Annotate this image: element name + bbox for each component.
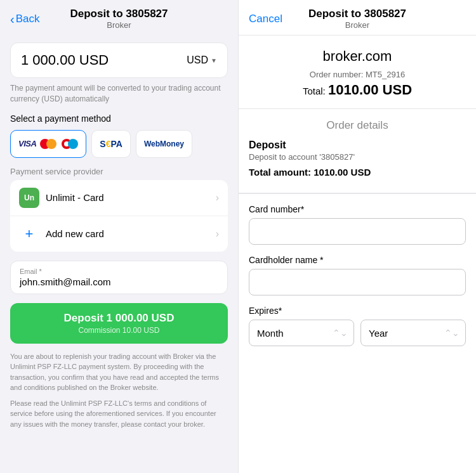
provider-add-card[interactable]: + Add new card › (10, 216, 228, 252)
amount-value: 1 000.00 USD (21, 52, 109, 68)
left-page-title: Deposit to 3805827 (70, 8, 168, 20)
unlimit-chevron-icon: › (216, 192, 219, 204)
email-box: Email * john.smith@mail.com (10, 261, 228, 294)
email-value: john.smith@mail.com (20, 276, 218, 287)
right-header: Cancel Deposit to 3805827 Broker (239, 0, 476, 36)
right-title-block: Deposit to 3805827 Broker (308, 8, 406, 30)
email-label: Email * (20, 268, 218, 275)
card-form-section: Card number* Cardholder name * Expires* … (239, 194, 476, 366)
cardholder-input[interactable] (249, 269, 466, 295)
currency-code: USD (187, 55, 208, 66)
card-number-field: Card number* (249, 204, 466, 245)
visa-logo: VISA (18, 139, 36, 148)
provider-list: Un Unlimit - Card › + Add new card › (10, 180, 228, 252)
currency-dropdown-icon: ▼ (211, 57, 217, 64)
year-select[interactable]: Year 202420252026 202720282029 2030 (360, 320, 466, 346)
payment-section-label: Select a payment method (10, 113, 228, 124)
total-amount: 1010.00 USD (328, 82, 412, 98)
year-select-wrap: Year 202420252026 202720282029 2030 ⌃⌄ (360, 320, 466, 346)
back-label: Back (16, 13, 40, 25)
month-select-wrap: Month 010203 040506 070809 101112 ⌃⌄ (249, 320, 354, 346)
disclaimer-2: Please read the Unlimint PSP FZ-LLC's te… (10, 398, 228, 430)
add-card-plus-icon: + (19, 224, 39, 244)
right-content: broker.com Order number: MT5_2916 Total:… (239, 36, 476, 473)
payment-method-webmoney[interactable]: WebMoney (136, 130, 192, 158)
mc-orange-circle (46, 139, 56, 149)
left-panel: ‹ Back Deposit to 3805827 Broker 1 000.0… (0, 0, 238, 473)
order-number: Order number: MT5_2916 (249, 70, 466, 79)
payment-method-visa-mc[interactable]: VISA (10, 130, 86, 158)
right-panel: Cancel Deposit to 3805827 Broker broker.… (238, 0, 476, 473)
order-detail-item: Deposit Deposit to account '3805827' Tot… (249, 139, 466, 178)
right-page-title: Deposit to 3805827 (308, 8, 406, 20)
expires-field: Expires* Month 010203 040506 070809 1011… (249, 306, 466, 346)
order-item-name: Deposit (249, 139, 466, 151)
card-number-label: Card number* (249, 204, 466, 214)
left-header: ‹ Back Deposit to 3805827 Broker (0, 0, 238, 35)
order-details-title: Order details (249, 119, 466, 132)
back-chevron-icon: ‹ (10, 13, 15, 25)
maestro-logo (62, 139, 78, 149)
right-page-subtitle: Broker (308, 20, 406, 30)
expires-label: Expires* (249, 306, 466, 316)
payment-method-sepa[interactable]: S€PA (91, 130, 131, 158)
left-content: 1 000.00 USD USD ▼ The payment amount wi… (0, 35, 238, 473)
back-button[interactable]: ‹ Back (10, 13, 39, 25)
left-page-subtitle: Broker (70, 20, 168, 30)
deposit-button-commission-label: Commission 10.00 USD (19, 326, 219, 335)
total-label: Total: (303, 86, 326, 96)
deposit-button[interactable]: Deposit 1 000.00 USD Commission 10.00 US… (10, 303, 228, 344)
cardholder-field: Cardholder name * (249, 255, 466, 295)
order-details-section: Order details Deposit Deposit to account… (239, 109, 476, 193)
unlimit-name: Unlimit - Card (46, 192, 216, 203)
cancel-button[interactable]: Cancel (249, 13, 282, 25)
deposit-button-main-label: Deposit 1 000.00 USD (19, 312, 219, 325)
provider-unlimit[interactable]: Un Unlimit - Card › (10, 180, 228, 216)
order-total-line: Total: 1010.00 USD (249, 82, 466, 98)
sepa-euro: € (106, 139, 111, 149)
merchant-section: broker.com Order number: MT5_2916 Total:… (239, 36, 476, 109)
amount-box: 1 000.00 USD USD ▼ (10, 42, 228, 78)
card-number-input[interactable] (249, 218, 466, 245)
order-item-total: Total amount: 1010.00 USD (249, 167, 466, 178)
expires-row: Month 010203 040506 070809 101112 ⌃⌄ Yea… (249, 320, 466, 346)
month-select[interactable]: Month 010203 040506 070809 101112 (249, 320, 354, 346)
add-card-chevron-icon: › (216, 228, 219, 240)
order-item-desc: Deposit to account '3805827' (249, 152, 466, 162)
conversion-note: The payment amount will be converted to … (10, 83, 228, 105)
unlimit-icon: Un (19, 188, 39, 208)
add-card-name: Add new card (46, 228, 216, 239)
psp-section-label: Payment service provider (10, 167, 228, 176)
disclaimer-1: You are about to replenish your trading … (10, 351, 228, 393)
sepa-logo: S€PA (100, 139, 122, 149)
merchant-domain: broker.com (249, 48, 466, 65)
left-title-block: Deposit to 3805827 Broker (70, 8, 168, 30)
cardholder-label: Cardholder name * (249, 255, 466, 265)
currency-selector[interactable]: USD ▼ (187, 55, 217, 66)
mastercard-logo (40, 139, 56, 149)
payment-methods-row: VISA S€PA WebMoney (10, 130, 228, 158)
webmoney-logo: WebMoney (144, 139, 184, 148)
